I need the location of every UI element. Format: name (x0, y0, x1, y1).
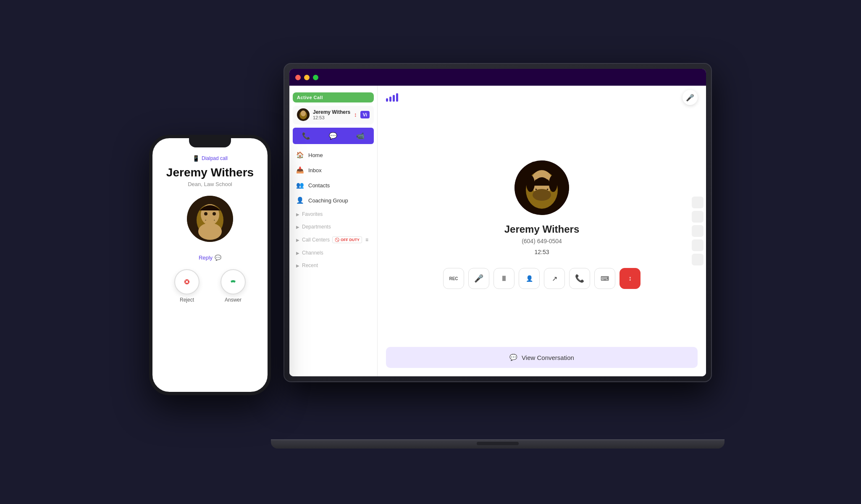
nav-coaching-group[interactable]: 👤 Coaching Group (289, 193, 377, 208)
coaching-icon: 👤 (296, 197, 304, 204)
window-chrome (289, 69, 706, 86)
answer-button[interactable] (220, 269, 246, 294)
svg-point-3 (204, 212, 207, 215)
caller-avatar-svg (514, 160, 569, 215)
phone-shell: 📱 Dialpad call Jeremy Withers Dean, Law … (149, 135, 271, 395)
phone-avatar-svg (187, 196, 233, 242)
reject-button-group: Reject (174, 269, 200, 303)
svg-point-23 (526, 175, 535, 192)
inbox-icon: 📥 (296, 166, 304, 174)
sidebar-dots (692, 197, 704, 265)
inbox-label: Inbox (308, 167, 322, 173)
add-participant-button[interactable]: 👤 (519, 268, 540, 289)
rec-button[interactable]: REC (443, 268, 464, 289)
nav-contacts[interactable]: 👥 Contacts (289, 178, 377, 193)
main-area: 🎤 (378, 86, 706, 376)
pause-button[interactable]: ⏸ (494, 268, 514, 289)
phone-avatar (187, 196, 233, 242)
dialpad-icon: 📱 (192, 155, 200, 162)
svg-point-4 (213, 212, 216, 215)
svg-point-6 (198, 223, 222, 240)
no-entry-icon: 🚫 (335, 238, 339, 242)
answer-button-group: Answer (220, 269, 246, 303)
laptop: Active Call (284, 63, 724, 441)
nav-inbox[interactable]: 📥 Inbox (289, 163, 377, 178)
chevron-right-icon-2: ▶ (296, 225, 299, 229)
video-button[interactable]: 📹 (347, 128, 374, 144)
nav-recent[interactable]: ▶ Recent (289, 259, 377, 272)
answer-label: Answer (225, 297, 242, 303)
phone-device: 📱 Dialpad call Jeremy Withers Dean, Law … (149, 135, 271, 395)
coaching-label: Coaching Group (308, 197, 348, 204)
bar-2 (389, 97, 391, 102)
keypad-button[interactable]: ⌨ (594, 268, 615, 289)
chevron-right-icon-3: ▶ (296, 238, 299, 242)
main-header: 🎤 (386, 90, 698, 105)
sidebar-dot-3[interactable] (692, 225, 704, 237)
sidebar-dot-2[interactable] (692, 211, 704, 223)
reply-icon: 💬 (215, 255, 221, 261)
main-caller-duration: 12:53 (534, 249, 549, 255)
svg-point-22 (533, 189, 551, 201)
caller-avatar-large (514, 160, 569, 215)
signal-bars (386, 93, 398, 102)
sidebar-dot-1[interactable] (692, 197, 704, 208)
off-duty-badge: 🚫 OFF DUTY (332, 236, 362, 243)
contacts-label: Contacts (308, 182, 330, 189)
laptop-body: Active Call (284, 63, 712, 382)
menu-icon: ≡ (365, 237, 368, 243)
mic-button[interactable]: 🎤 (682, 90, 698, 105)
home-icon: 🏠 (296, 151, 304, 159)
sidebar-dot-5[interactable] (692, 254, 704, 265)
reject-label: Reject (180, 297, 194, 303)
chevron-right-icon-4: ▶ (296, 251, 299, 255)
phone-call-button[interactable]: 📞 (293, 128, 320, 144)
caller-avatar-small (297, 108, 310, 121)
caller-section: Jeremy Withers (604) 649-0504 12:53 REC … (378, 86, 706, 347)
phone-buttons-row: Reject Answer (174, 269, 246, 303)
sidebar-caller-name: Jeremy Withers (313, 109, 351, 115)
contacts-icon: 👥 (296, 181, 304, 189)
reply-link[interactable]: Reply 💬 (199, 255, 221, 261)
home-label: Home (308, 152, 323, 158)
svg-point-24 (549, 175, 557, 192)
chat-icon-small: 💬 (509, 354, 517, 361)
sidebar: Active Call (289, 86, 378, 376)
transfer-button[interactable]: ↗ (544, 268, 565, 289)
sidebar-caller-time: 12:53 (313, 115, 351, 120)
mute-button[interactable]: 🎤 (468, 268, 489, 289)
active-call-info[interactable]: Jeremy Withers 12:53 ↕ Vi (293, 106, 374, 124)
phone-notch (189, 138, 231, 147)
transfer-icon-small: ↕ (354, 111, 357, 118)
reject-icon (181, 276, 193, 288)
nav-call-centers[interactable]: ▶ Call Centers 🚫 OFF DUTY ≡ (289, 233, 377, 247)
sidebar-dot-4[interactable] (692, 239, 704, 251)
bar-4 (396, 93, 398, 102)
view-conversation-button[interactable]: 💬 View Conversation (386, 347, 698, 368)
main-caller-name: Jeremy Withers (504, 223, 580, 235)
chat-button[interactable]: 💬 (320, 128, 346, 144)
reject-button[interactable] (174, 269, 200, 294)
close-button[interactable] (295, 75, 301, 80)
chevron-right-icon: ▶ (296, 212, 299, 217)
nav-departments[interactable]: ▶ Departments (289, 220, 377, 233)
nav-home[interactable]: 🏠 Home (289, 147, 377, 163)
active-call-banner: Active Call (293, 92, 374, 102)
view-conversation-label: View Conversation (522, 354, 574, 361)
end-call-button[interactable]: ↕ (620, 268, 640, 289)
maximize-button[interactable] (313, 75, 318, 80)
phone-button[interactable]: 📞 (569, 268, 590, 289)
active-call-label: Active Call (297, 95, 323, 100)
call-action-buttons: 📞 💬 📹 (293, 128, 374, 144)
nav-channels[interactable]: ▶ Channels (289, 247, 377, 259)
vi-badge: Vi (360, 111, 370, 118)
chevron-right-icon-5: ▶ (296, 263, 299, 268)
phone-caller-title: Dean, Law School (188, 181, 232, 187)
dialpad-label: 📱 Dialpad call (192, 155, 228, 162)
minimize-button[interactable] (304, 75, 310, 80)
svg-point-14 (301, 110, 306, 116)
bar-1 (386, 98, 388, 102)
screen-bg: Active Call (289, 69, 706, 376)
nav-favorites[interactable]: ▶ Favorites (289, 208, 377, 220)
phone-screen: 📱 Dialpad call Jeremy Withers Dean, Law … (152, 138, 268, 392)
